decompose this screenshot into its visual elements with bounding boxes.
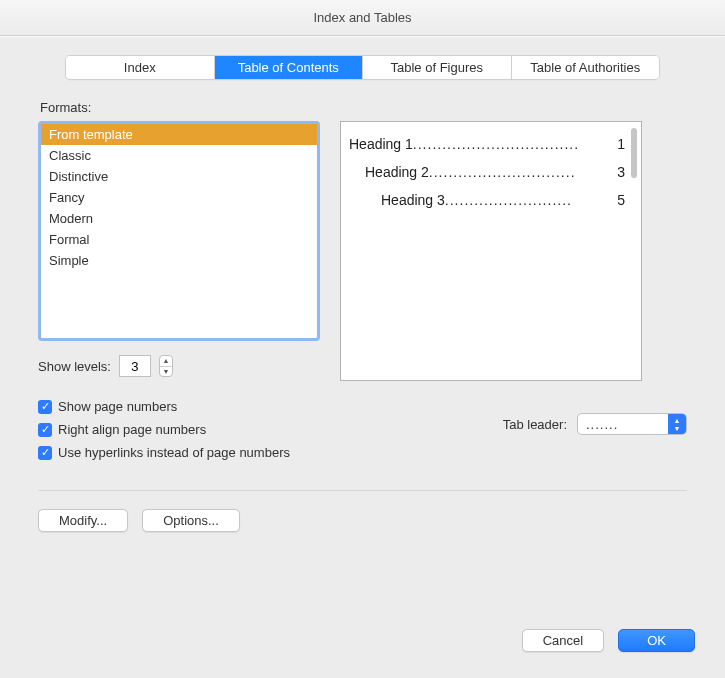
select-updown-icon: ▲▼ [668,414,686,434]
list-item[interactable]: Formal [41,229,317,250]
tab-table-of-figures[interactable]: Table of Figures [363,56,512,79]
formats-label: Formats: [40,100,687,115]
checkbox-right-align[interactable]: ✓ [38,423,52,437]
tab-table-of-contents[interactable]: Table of Contents [215,56,364,79]
window-title: Index and Tables [313,10,411,25]
tab-table-of-authorities[interactable]: Table of Authorities [512,56,660,79]
checkbox-show-page-numbers[interactable]: ✓ [38,400,52,414]
tab-bar: Index Table of Contents Table of Figures… [65,55,660,80]
modify-button[interactable]: Modify... [38,509,128,532]
window-titlebar: Index and Tables [0,0,725,36]
dialog-content: Index Table of Contents Table of Figures… [0,36,725,678]
preview-dots: .............................. [429,164,615,180]
checkbox-label: Right align page numbers [58,422,206,437]
preview-entry-label: Heading 2 [365,164,429,180]
list-item[interactable]: From template [41,124,317,145]
list-item[interactable]: Classic [41,145,317,166]
preview-scrollbar[interactable] [631,128,637,178]
show-levels-label: Show levels: [38,359,111,374]
stepper-down-icon[interactable]: ▼ [160,367,172,377]
preview-entry-label: Heading 3 [381,192,445,208]
list-item[interactable]: Simple [41,250,317,271]
show-levels-input[interactable] [119,355,151,377]
options-button[interactable]: Options... [142,509,240,532]
preview-entry-page: 1 [615,136,625,152]
list-item[interactable]: Fancy [41,187,317,208]
checkbox-label: Show page numbers [58,399,177,414]
tab-leader-label: Tab leader: [503,417,567,432]
divider [38,490,687,491]
checkbox-label: Use hyperlinks instead of page numbers [58,445,290,460]
stepper-up-icon[interactable]: ▲ [160,356,172,367]
preview-box: Heading 1 ..............................… [340,121,642,381]
checkbox-hyperlinks[interactable]: ✓ [38,446,52,460]
ok-button[interactable]: OK [618,629,695,652]
tab-leader-value: ....... [578,417,668,432]
show-levels-stepper[interactable]: ▲ ▼ [159,355,173,377]
formats-listbox[interactable]: From template Classic Distinctive Fancy … [38,121,320,341]
preview-dots: .......................... [445,192,615,208]
preview-dots: .................................. [413,136,615,152]
preview-entry-label: Heading 1 [349,136,413,152]
preview-entry-page: 5 [615,192,625,208]
tab-index[interactable]: Index [66,56,215,79]
list-item[interactable]: Modern [41,208,317,229]
list-item[interactable]: Distinctive [41,166,317,187]
preview-entry-page: 3 [615,164,625,180]
tab-leader-select[interactable]: ....... ▲▼ [577,413,687,435]
cancel-button[interactable]: Cancel [522,629,604,652]
